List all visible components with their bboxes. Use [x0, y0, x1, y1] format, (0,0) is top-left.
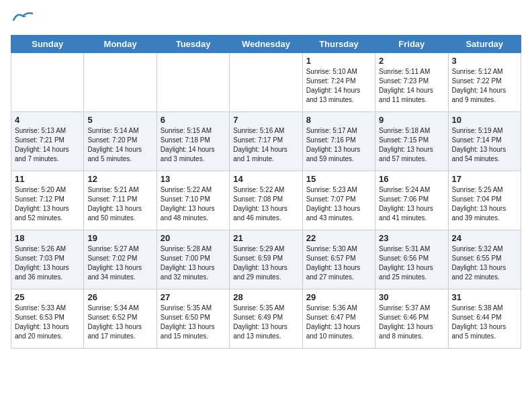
cell-info: Sunrise: 5:38 AM Sunset: 6:44 PM Dayligh…: [452, 304, 517, 341]
calendar-cell: [84, 53, 157, 112]
cell-day-number: 22: [306, 233, 371, 243]
cell-day-number: 1: [306, 56, 371, 66]
cell-info: Sunrise: 5:28 AM Sunset: 7:00 PM Dayligh…: [161, 244, 226, 282]
calendar-cell: 17Sunrise: 5:25 AM Sunset: 7:04 PM Dayli…: [448, 171, 521, 230]
calendar-cell: 9Sunrise: 5:18 AM Sunset: 7:15 PM Daylig…: [375, 112, 448, 171]
weekday-header-saturday: Saturday: [448, 36, 521, 53]
cell-info: Sunrise: 5:10 AM Sunset: 7:24 PM Dayligh…: [306, 67, 371, 105]
cell-info: Sunrise: 5:30 AM Sunset: 6:57 PM Dayligh…: [306, 244, 371, 282]
calendar-cell: 27Sunrise: 5:35 AM Sunset: 6:50 PM Dayli…: [157, 289, 229, 349]
cell-info: Sunrise: 5:24 AM Sunset: 7:06 PM Dayligh…: [379, 185, 444, 223]
cell-info: Sunrise: 5:22 AM Sunset: 7:10 PM Dayligh…: [161, 185, 226, 223]
cell-info: Sunrise: 5:19 AM Sunset: 7:14 PM Dayligh…: [452, 126, 517, 164]
cell-info: Sunrise: 5:23 AM Sunset: 7:07 PM Dayligh…: [306, 185, 371, 223]
cell-info: Sunrise: 5:15 AM Sunset: 7:18 PM Dayligh…: [161, 126, 226, 164]
cell-day-number: 8: [306, 115, 371, 125]
calendar-cell: 25Sunrise: 5:33 AM Sunset: 6:53 PM Dayli…: [11, 289, 84, 349]
cell-day-number: 30: [379, 292, 444, 302]
calendar-cell: 24Sunrise: 5:32 AM Sunset: 6:55 PM Dayli…: [448, 230, 521, 289]
calendar-cell: [230, 53, 302, 112]
calendar-cell: 7Sunrise: 5:16 AM Sunset: 7:17 PM Daylig…: [230, 112, 302, 171]
cell-info: Sunrise: 5:31 AM Sunset: 6:56 PM Dayligh…: [379, 244, 444, 282]
cell-day-number: 6: [161, 115, 226, 125]
calendar-cell: 3Sunrise: 5:12 AM Sunset: 7:22 PM Daylig…: [448, 53, 521, 112]
calendar-cell: 19Sunrise: 5:27 AM Sunset: 7:02 PM Dayli…: [84, 230, 157, 289]
calendar-cell: 26Sunrise: 5:34 AM Sunset: 6:52 PM Dayli…: [84, 289, 157, 349]
cell-info: Sunrise: 5:26 AM Sunset: 7:03 PM Dayligh…: [15, 244, 80, 282]
calendar-week-3: 11Sunrise: 5:20 AM Sunset: 7:12 PM Dayli…: [11, 171, 521, 230]
calendar-cell: 5Sunrise: 5:14 AM Sunset: 7:20 PM Daylig…: [84, 112, 157, 171]
calendar-cell: 11Sunrise: 5:20 AM Sunset: 7:12 PM Dayli…: [11, 171, 84, 230]
cell-info: Sunrise: 5:33 AM Sunset: 6:53 PM Dayligh…: [15, 304, 80, 341]
calendar-cell: 1Sunrise: 5:10 AM Sunset: 7:24 PM Daylig…: [302, 53, 375, 112]
calendar-cell: 2Sunrise: 5:11 AM Sunset: 7:23 PM Daylig…: [375, 53, 448, 112]
logo-bird-icon: [12, 11, 34, 23]
calendar-cell: 16Sunrise: 5:24 AM Sunset: 7:06 PM Dayli…: [375, 171, 448, 230]
calendar-cell: [157, 53, 229, 112]
calendar-week-4: 18Sunrise: 5:26 AM Sunset: 7:03 PM Dayli…: [11, 230, 521, 289]
calendar-week-5: 25Sunrise: 5:33 AM Sunset: 6:53 PM Dayli…: [11, 289, 521, 349]
page-header: [11, 11, 521, 27]
cell-day-number: 24: [452, 233, 517, 243]
cell-info: Sunrise: 5:16 AM Sunset: 7:17 PM Dayligh…: [233, 126, 298, 164]
cell-info: Sunrise: 5:12 AM Sunset: 7:22 PM Dayligh…: [452, 67, 517, 105]
calendar-cell: [11, 53, 84, 112]
calendar-cell: 18Sunrise: 5:26 AM Sunset: 7:03 PM Dayli…: [11, 230, 84, 289]
calendar-cell: 4Sunrise: 5:13 AM Sunset: 7:21 PM Daylig…: [11, 112, 84, 171]
cell-day-number: 17: [452, 174, 517, 184]
weekday-header-wednesday: Wednesday: [230, 36, 302, 53]
calendar-cell: 30Sunrise: 5:37 AM Sunset: 6:46 PM Dayli…: [375, 289, 448, 349]
cell-info: Sunrise: 5:36 AM Sunset: 6:47 PM Dayligh…: [306, 304, 371, 341]
cell-day-number: 11: [15, 174, 80, 184]
calendar-cell: 31Sunrise: 5:38 AM Sunset: 6:44 PM Dayli…: [448, 289, 521, 349]
cell-day-number: 25: [15, 292, 80, 302]
cell-info: Sunrise: 5:17 AM Sunset: 7:16 PM Dayligh…: [306, 126, 371, 164]
weekday-header-thursday: Thursday: [302, 36, 375, 53]
calendar-cell: 22Sunrise: 5:30 AM Sunset: 6:57 PM Dayli…: [302, 230, 375, 289]
cell-day-number: 27: [161, 292, 226, 302]
calendar-cell: 29Sunrise: 5:36 AM Sunset: 6:47 PM Dayli…: [302, 289, 375, 349]
cell-day-number: 12: [87, 174, 152, 184]
cell-day-number: 21: [233, 233, 298, 243]
calendar-cell: 10Sunrise: 5:19 AM Sunset: 7:14 PM Dayli…: [448, 112, 521, 171]
cell-info: Sunrise: 5:18 AM Sunset: 7:15 PM Dayligh…: [379, 126, 444, 164]
cell-info: Sunrise: 5:35 AM Sunset: 6:49 PM Dayligh…: [233, 304, 298, 341]
cell-day-number: 19: [87, 233, 152, 243]
cell-day-number: 16: [379, 174, 444, 184]
weekday-header-friday: Friday: [375, 36, 448, 53]
cell-day-number: 7: [233, 115, 298, 125]
calendar-cell: 28Sunrise: 5:35 AM Sunset: 6:49 PM Dayli…: [230, 289, 302, 349]
calendar-cell: 13Sunrise: 5:22 AM Sunset: 7:10 PM Dayli…: [157, 171, 229, 230]
cell-day-number: 14: [233, 174, 298, 184]
weekday-header-row: SundayMondayTuesdayWednesdayThursdayFrid…: [11, 36, 521, 53]
cell-day-number: 2: [379, 56, 444, 66]
weekday-header-tuesday: Tuesday: [157, 36, 229, 53]
calendar-table: SundayMondayTuesdayWednesdayThursdayFrid…: [11, 35, 521, 349]
cell-day-number: 31: [452, 292, 517, 302]
cell-info: Sunrise: 5:34 AM Sunset: 6:52 PM Dayligh…: [87, 304, 152, 341]
cell-day-number: 13: [161, 174, 226, 184]
calendar-cell: 21Sunrise: 5:29 AM Sunset: 6:59 PM Dayli…: [230, 230, 302, 289]
cell-day-number: 26: [87, 292, 152, 302]
weekday-header-monday: Monday: [84, 36, 157, 53]
cell-info: Sunrise: 5:29 AM Sunset: 6:59 PM Dayligh…: [233, 244, 298, 282]
cell-info: Sunrise: 5:13 AM Sunset: 7:21 PM Dayligh…: [15, 126, 80, 164]
calendar-cell: 23Sunrise: 5:31 AM Sunset: 6:56 PM Dayli…: [375, 230, 448, 289]
cell-day-number: 3: [452, 56, 517, 66]
weekday-header-sunday: Sunday: [11, 36, 84, 53]
calendar-week-1: 1Sunrise: 5:10 AM Sunset: 7:24 PM Daylig…: [11, 53, 521, 112]
cell-day-number: 4: [15, 115, 80, 125]
cell-info: Sunrise: 5:21 AM Sunset: 7:11 PM Dayligh…: [87, 185, 152, 223]
cell-day-number: 18: [15, 233, 80, 243]
cell-day-number: 28: [233, 292, 298, 302]
cell-info: Sunrise: 5:20 AM Sunset: 7:12 PM Dayligh…: [15, 185, 80, 223]
cell-info: Sunrise: 5:14 AM Sunset: 7:20 PM Dayligh…: [87, 126, 152, 164]
cell-day-number: 15: [306, 174, 371, 184]
cell-day-number: 5: [87, 115, 152, 125]
cell-info: Sunrise: 5:35 AM Sunset: 6:50 PM Dayligh…: [161, 304, 226, 341]
cell-day-number: 9: [379, 115, 444, 125]
cell-info: Sunrise: 5:22 AM Sunset: 7:08 PM Dayligh…: [233, 185, 298, 223]
calendar-cell: 8Sunrise: 5:17 AM Sunset: 7:16 PM Daylig…: [302, 112, 375, 171]
cell-info: Sunrise: 5:27 AM Sunset: 7:02 PM Dayligh…: [87, 244, 152, 282]
calendar-week-2: 4Sunrise: 5:13 AM Sunset: 7:21 PM Daylig…: [11, 112, 521, 171]
